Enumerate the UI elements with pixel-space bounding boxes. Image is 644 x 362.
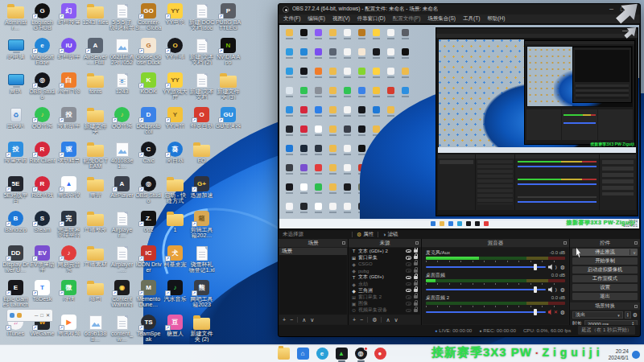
desktop-icon[interactable]: 启动 - 快捷方式: [162, 175, 188, 209]
store-icon[interactable]: ⌂: [297, 348, 309, 360]
desktop-icon[interactable]: 完完美世界竞技平台: [56, 209, 82, 244]
desktop-icon[interactable]: KKOOK: [135, 71, 162, 105]
desktop-icon[interactable]: G+迅游加速: [188, 175, 215, 209]
desktop-icon[interactable]: 摄图: [82, 278, 109, 313]
desktop-icon[interactable]: EO: [188, 140, 215, 175]
desktop-icon[interactable]: YYYY电竞: [162, 2, 188, 36]
desktop-icon[interactable]: 401083e1…: [109, 140, 135, 175]
desktop-icon[interactable]: iU幻想助手: [56, 36, 82, 71]
desktop-icon[interactable]: 熊网吧工具箱2023: [188, 278, 215, 313]
desktop-icon[interactable]: 投投屏大师: [2, 140, 29, 175]
desktop-icon[interactable]: GLogitech G HUB: [29, 2, 56, 36]
desktop-icon[interactable]: RRiot游戏: [29, 175, 56, 209]
desktop-icon[interactable]: 驱驱动精灵: [56, 140, 82, 175]
menu-item[interactable]: 工具(T): [463, 15, 480, 23]
desktop-icon[interactable]: 此电脑: [2, 36, 29, 71]
desktop-icon[interactable]: 腾青: [82, 175, 109, 209]
lock-icon[interactable]: [414, 262, 418, 265]
lock-icon[interactable]: [414, 295, 418, 298]
desktop-icon[interactable]: 6d9b1388…: [82, 313, 109, 348]
desktop-icon[interactable]: 葵向日葵: [162, 140, 188, 175]
desktop-icon[interactable]: 幻幻想投屏: [56, 2, 82, 36]
desktop-icon[interactable]: 直播整改: [82, 209, 109, 244]
close-icon[interactable]: [46, 313, 50, 318]
add-scene-button[interactable]: +: [283, 317, 286, 323]
system-tray[interactable]: 20:24 2024/6/1: [609, 348, 640, 360]
desktop-icon[interactable]: 新建文件夹: [82, 105, 109, 140]
desktop-icon[interactable]: ◉Content Warning: [109, 278, 135, 313]
desktop-icon[interactable]: ♪QQ音乐: [29, 105, 56, 140]
transition-gear-icon[interactable]: ⚙: [633, 312, 638, 318]
source-item[interactable]: ◆CSGO: [349, 261, 420, 267]
menu-item[interactable]: 文件(F): [283, 15, 300, 23]
desktop-icon[interactable]: 靶兔OC TEAM: [82, 140, 109, 175]
visibility-eye-icon[interactable]: [406, 289, 411, 293]
obs-titlebar[interactable]: OBS 27.2.4 (64-bit, windows) - 配置文件: 未命名…: [279, 4, 640, 14]
desktop-icon[interactable]: 骁雪杯礼物登记1.xlsm: [188, 244, 215, 278]
volume-slider[interactable]: [426, 266, 546, 268]
desktop-icon[interactable]: EEpic Games Launcher: [2, 278, 29, 313]
control-button[interactable]: 设置: [572, 284, 638, 291]
control-button[interactable]: 退出: [572, 293, 638, 300]
visibility-eye-icon[interactable]: [406, 282, 411, 286]
minimize-icon[interactable]: [35, 313, 38, 318]
desktop-icon[interactable]: ◎OBS Studio: [29, 71, 56, 105]
pin-icon[interactable]: [342, 241, 345, 245]
volume-slider[interactable]: [426, 311, 546, 313]
desktop-icon[interactable]: TSTeamSpeak: [135, 313, 162, 348]
desktop-icon[interactable]: CCalc: [135, 140, 162, 175]
desktop-icon[interactable]: 新建 DOC 文档.doc: [188, 2, 215, 36]
add-source-button[interactable]: +: [353, 317, 356, 323]
desktop-icon[interactable]: SSteam: [29, 209, 56, 244]
pin-icon[interactable]: [415, 241, 419, 245]
speaker-icon[interactable]: [548, 264, 555, 270]
lock-icon[interactable]: [414, 269, 418, 273]
desktop-icon[interactable]: BBandizip: [2, 209, 29, 244]
lock-icon[interactable]: [414, 309, 418, 312]
desktop-icon[interactable]: 微微信: [56, 278, 82, 313]
desktop-icon[interactable]: TToDesk: [29, 278, 56, 313]
desktop-icon[interactable]: 1243_files: [82, 2, 109, 36]
desktop-icon[interactable]: ▶腾讯视频: [56, 313, 82, 348]
filters-button[interactable]: ◑ 滤镜: [382, 231, 398, 238]
visibility-eye-icon[interactable]: [406, 309, 411, 313]
lock-icon[interactable]: [414, 302, 418, 306]
desktop-icon[interactable]: 新建文件夹 (3): [215, 71, 242, 105]
mini-window[interactable]: [6, 309, 53, 322]
desktop-icon[interactable]: 0621红酒2改 (0528): [109, 36, 135, 71]
control-button[interactable]: 工作室模式: [572, 275, 638, 282]
visibility-eye-icon[interactable]: [406, 256, 411, 260]
menu-item[interactable]: 视图(V): [332, 15, 350, 23]
desktop-icon[interactable]: 新建文件夹 (2): [188, 313, 215, 348]
desktop-icon[interactable]: 豆糖豆人: [162, 313, 188, 348]
remove-source-button[interactable]: −: [360, 317, 363, 323]
volume-slider[interactable]: [426, 289, 546, 290]
file-explorer-icon[interactable]: [278, 348, 290, 360]
desktop-icon[interactable]: GOCounter-S… Global Off…: [135, 2, 162, 36]
source-down-button[interactable]: ∨: [394, 317, 398, 323]
channel-gear-icon[interactable]: ⚙: [560, 265, 565, 270]
transition-stepper[interactable]: ▲▼: [625, 311, 631, 319]
desktop-icon[interactable]: YYY语音: [162, 105, 188, 140]
desktop-icon[interactable]: AAirServer-…Full: [82, 36, 109, 71]
desktop-icon[interactable]: YYYY游戏大厅: [162, 71, 188, 105]
menu-item[interactable]: 编辑(E): [308, 15, 325, 23]
menu-item[interactable]: 配置文件(P): [393, 15, 421, 23]
desktop-icon[interactable]: ♪QQ音乐: [109, 105, 135, 140]
desktop-icon[interactable]: GUGU加速器: [215, 105, 242, 140]
desktop-icon[interactable]: ◎OBS Studio: [135, 175, 162, 209]
edge-icon[interactable]: e: [316, 348, 328, 360]
desktop-icon[interactable]: 犬柯基桌宠: [162, 244, 188, 278]
visibility-eye-icon[interactable]: [406, 269, 411, 273]
desktop-icon[interactable]: MMemento Dune…: [135, 278, 162, 313]
desktop-icon[interactable]: GGoose Goose Duck: [135, 36, 162, 71]
desktop-icon[interactable]: eMicrosoft Edge: [29, 36, 56, 71]
visibility-eye-icon[interactable]: [406, 249, 411, 253]
desktop-icon[interactable]: 新建 文本文档 (2): [188, 36, 215, 71]
clock[interactable]: 20:24 2024/6/1: [609, 348, 629, 360]
visibility-eye-icon[interactable]: [406, 262, 411, 266]
speaker-muted-icon[interactable]: [548, 309, 553, 315]
menu-item[interactable]: 场景集合(S): [427, 15, 456, 23]
transition-select[interactable]: 淡出: [572, 311, 623, 319]
scene-down-button[interactable]: ∨: [310, 317, 314, 323]
